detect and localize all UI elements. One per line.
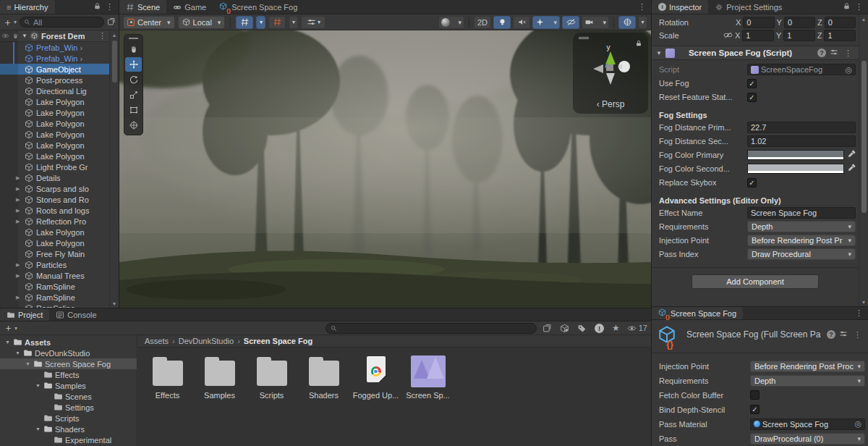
hidden-objects-button[interactable] <box>562 16 579 29</box>
component-menu-icon[interactable]: ⋮ <box>842 49 854 58</box>
hierarchy-item[interactable]: Prefab_Win <box>0 53 119 64</box>
asset-item[interactable]: Shaders <box>300 355 347 400</box>
scrollbar-thumb[interactable] <box>112 41 117 83</box>
hidden-packages-toggle[interactable]: 17 <box>627 324 647 333</box>
scene-audio-button[interactable] <box>513 16 530 29</box>
rotation-x-field[interactable]: 0 <box>743 17 774 28</box>
tab-screen-space-fog[interactable]: Screen Space Fog <box>213 0 304 14</box>
hierarchy-item[interactable]: Lake Polygon <box>0 140 119 151</box>
hierarchy-item[interactable]: Lake Polygon <box>0 107 119 118</box>
gizmo-drag-handle[interactable] <box>579 37 589 39</box>
rect-tool-button[interactable] <box>125 103 142 117</box>
tab-game[interactable]: Game <box>166 0 213 14</box>
snap-increment-button[interactable] <box>268 16 286 29</box>
object-picker-icon[interactable]: ◎ <box>854 419 861 429</box>
scroll-up-icon[interactable]: ▲ <box>112 30 117 39</box>
hierarchy-menu-icon[interactable]: ⋮ <box>103 2 116 12</box>
2d-toggle-button[interactable]: 2D <box>474 16 491 29</box>
add-object-button[interactable]: ＋ <box>3 16 17 29</box>
rotate-tool-button[interactable] <box>125 72 142 87</box>
project-tree-item[interactable]: Samples <box>0 380 137 391</box>
foldout-arrow-icon[interactable] <box>16 208 23 214</box>
hierarchy-item[interactable]: RamSpline <box>0 281 119 292</box>
pan-tool-button[interactable] <box>125 42 142 56</box>
hierarchy-item[interactable]: Free Fly Main <box>0 248 119 259</box>
scroll-up-icon[interactable]: ▲ <box>861 14 867 23</box>
fog-color-primary-swatch[interactable] <box>747 150 844 160</box>
hierarchy-item[interactable]: Details <box>0 172 119 183</box>
foldout-arrow-icon[interactable] <box>16 219 23 224</box>
project-tree-item[interactable]: Scripts <box>0 413 137 424</box>
hierarchy-item[interactable]: Directional Lig <box>0 85 119 96</box>
fog-distance-primary-field[interactable]: 22.7 <box>747 122 856 133</box>
hierarchy-search-input[interactable]: All <box>20 17 104 28</box>
reset-feature-checkbox[interactable] <box>747 93 757 102</box>
foldout-arrow-icon[interactable] <box>16 186 23 192</box>
scrollbar-thumb[interactable] <box>861 61 867 213</box>
scene-menu-icon[interactable]: ⋮ <box>96 31 109 41</box>
help-icon[interactable] <box>827 330 835 339</box>
foldout-arrow-icon[interactable] <box>16 295 23 300</box>
hierarchy-item[interactable]: Reflection Pro <box>0 216 119 227</box>
saved-searches-icon[interactable]: ★ <box>610 323 622 333</box>
pivot-mode-dropdown[interactable]: Center <box>123 16 175 29</box>
hierarchy-item[interactable]: RamSpline <box>0 292 119 303</box>
eye-icon[interactable] <box>1 32 9 40</box>
scene-viewport[interactable]: y Persp <box>119 30 651 308</box>
snap-increment-dropdown[interactable] <box>289 16 298 29</box>
open-search-window-icon[interactable] <box>540 324 554 333</box>
asset-item[interactable]: Screen Sp... <box>404 355 451 400</box>
prefab-open-chevron-icon[interactable] <box>77 54 82 63</box>
gizmos-dropdown[interactable] <box>638 16 647 29</box>
hierarchy-item[interactable]: Stones and Ro <box>0 194 119 205</box>
breadcrumb-devdunkstudio[interactable]: DevDunkStudio <box>179 337 234 345</box>
foldout-arrow-icon[interactable] <box>35 426 41 432</box>
move-tool-button[interactable] <box>125 57 142 72</box>
asset-item[interactable]: Fogged Up... <box>352 355 399 400</box>
replace-skybox-checkbox[interactable] <box>747 178 757 188</box>
asset-item[interactable]: Samples <box>196 355 243 400</box>
prefab-open-chevron-icon[interactable] <box>77 43 82 52</box>
hierarchy-item[interactable]: Roots and logs <box>0 205 119 216</box>
foldout-arrow-icon[interactable] <box>25 361 31 366</box>
project-tree-item[interactable]: Settings <box>0 402 137 413</box>
foldout-arrow-icon[interactable] <box>4 340 11 345</box>
foldout-arrow-icon[interactable] <box>35 383 41 388</box>
requirements-dropdown[interactable]: Depth <box>750 375 865 387</box>
component-header[interactable]: ▼ Screen Space Fog (Script) ⋮ <box>652 46 859 60</box>
project-tree-item[interactable]: Screen Space Fog <box>0 358 137 369</box>
scene-root-row[interactable]: ▼ Forest Dem ⋮ <box>0 30 119 42</box>
rotation-y-field[interactable]: 0 <box>784 17 815 28</box>
scale-y-field[interactable]: 1 <box>783 30 815 41</box>
hierarchy-item[interactable]: Lake Polygon <box>0 118 119 129</box>
presets-icon[interactable] <box>839 329 848 340</box>
hierarchy-item[interactable]: Light Probe Gr <box>0 161 119 172</box>
breadcrumb-screen-space-fog[interactable]: Screen Space Fog <box>244 337 312 345</box>
add-component-button[interactable]: Add Component <box>692 274 819 289</box>
open-search-window-icon[interactable] <box>107 17 116 28</box>
rotation-z-field[interactable]: 0 <box>825 17 856 28</box>
hierarchy-item[interactable]: Scarps and slo <box>0 183 119 194</box>
hierarchy-item[interactable]: Lake Polygon <box>0 151 119 161</box>
gizmo-lock-icon[interactable] <box>635 40 642 49</box>
project-tree-item[interactable]: DevDunkStudio <box>0 348 137 358</box>
hierarchy-item[interactable]: Lake Polygon <box>0 237 119 248</box>
scale-x-field[interactable]: 1 <box>742 30 774 41</box>
scale-tool-button[interactable] <box>125 88 142 102</box>
hierarchy-item[interactable]: Prefab_Win <box>0 42 119 53</box>
tab-screen-space-fog-panel[interactable]: Screen Space Fog <box>652 307 743 319</box>
pass-index-dropdown[interactable]: Draw Procedural <box>747 248 856 260</box>
project-tree-item[interactable]: Scenes <box>0 391 137 402</box>
pass-material-field[interactable]: Screen Space Fog ◎ <box>750 418 865 430</box>
fog-distance-secondary-field[interactable]: 1.02 <box>747 135 856 147</box>
bind-depth-stencil-checkbox[interactable] <box>750 405 760 414</box>
scroll-down-icon[interactable]: ▼ <box>861 298 867 306</box>
hierarchy-scrollbar[interactable]: ▲ ▼ <box>109 30 119 308</box>
gizmos-button[interactable] <box>618 16 636 29</box>
foldout-arrow-icon[interactable] <box>16 262 23 268</box>
scale-z-field[interactable]: 1 <box>824 30 856 41</box>
effect-name-field[interactable]: Screen Space Fog <box>747 207 856 219</box>
hierarchy-item[interactable]: Particles <box>0 259 119 270</box>
project-tree-item[interactable]: Experimental <box>0 434 137 445</box>
constrain-proportions-icon[interactable] <box>723 30 733 41</box>
